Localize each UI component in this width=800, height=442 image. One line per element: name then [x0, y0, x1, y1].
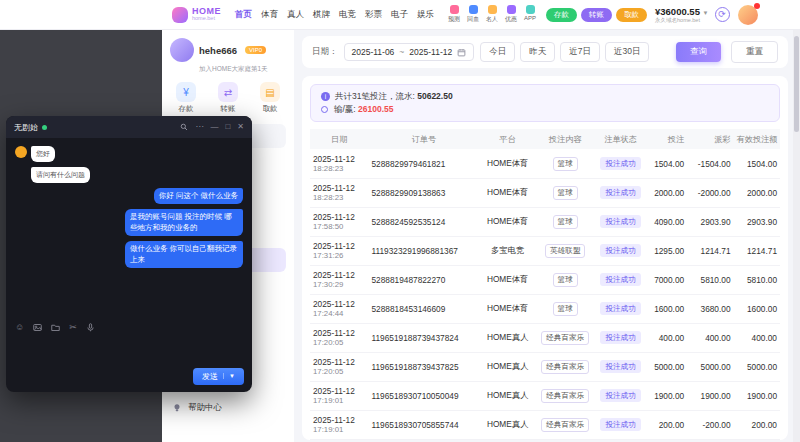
table-row[interactable]: 2025-11-1217:58:505288824592535124HOME体育… [310, 207, 780, 236]
cell-platform: HOME体育 [479, 207, 535, 236]
help-label: 帮助中心 [188, 402, 222, 414]
cell-payout: 2903.90 [687, 207, 733, 236]
table-row[interactable]: 2025-11-1218:28:235288829909138863HOME体育… [310, 178, 780, 207]
bet-time: 18:28:23 [313, 164, 365, 174]
cell-order-number: 1196518930710050049 [368, 381, 479, 410]
send-button[interactable]: 发送 ▼ [193, 368, 244, 385]
cell-status: 投注成功 [594, 178, 646, 207]
app-icon [526, 5, 535, 14]
cell-payout: -1504.00 [687, 149, 733, 178]
bet-date: 2025-11-12 [313, 386, 365, 396]
table-row[interactable]: 2025-11-1217:20:051196519188739437824HOM… [310, 323, 780, 352]
bet-time: 17:58:50 [313, 222, 365, 232]
sidebar-item-help[interactable]: 帮助中心 [172, 402, 222, 414]
status-badge: 投注成功 [600, 389, 640, 402]
status-badge: 投注成功 [600, 302, 640, 315]
bet-date: 2025-11-12 [313, 357, 365, 367]
cell-valid-bet: 5810.00 [734, 265, 780, 294]
sidebar-action[interactable]: ¥存款 [176, 82, 196, 114]
quick-link[interactable]: APP [524, 5, 536, 24]
table-row[interactable]: 2025-11-1217:19:011196518930710050049HOM… [310, 381, 780, 410]
user-avatar[interactable] [738, 5, 758, 25]
site-logo[interactable]: HOME home.bet [172, 7, 221, 23]
status-badge: 投注成功 [600, 244, 640, 257]
nav-item[interactable]: 电竞 [339, 9, 356, 21]
quick-links: 预测回血名人优惠APP [448, 5, 536, 24]
quick-date-button[interactable]: 昨天 [520, 42, 555, 62]
scissors-icon[interactable]: ✂ [69, 323, 77, 332]
image-icon[interactable] [33, 323, 42, 332]
cell-bet-content: 经典百家乐 [536, 410, 594, 439]
cell-order-number: 5288829979461821 [368, 149, 479, 178]
folder-icon[interactable] [51, 323, 60, 332]
sidebar-action-label: 存款 [179, 104, 194, 114]
sidebar-user-avatar[interactable] [170, 38, 194, 62]
nav-item[interactable]: 真人 [287, 9, 304, 21]
chat-toolbar: ☺ ✂ [6, 318, 252, 336]
search-button[interactable]: 查询 [676, 42, 721, 62]
balance-display[interactable]: ¥36000.55 ▼ 永久域名home.bet [655, 6, 709, 24]
cell-order-number: 1119323291996881367 [368, 236, 479, 265]
table-row[interactable]: 2025-11-1217:20:051196519188739437825HOM… [310, 352, 780, 381]
nav-item[interactable]: 彩票 [365, 9, 382, 21]
close-icon[interactable]: ✕ [237, 123, 244, 131]
more-icon[interactable]: ⋯ [195, 123, 203, 131]
mic-icon[interactable] [86, 323, 95, 332]
cell-platform: HOME真人 [479, 323, 535, 352]
records-card: i共计31笔投注，流水: 50622.50 输/赢: 26100.55 日期订单… [302, 76, 788, 440]
chat-input[interactable] [6, 336, 252, 366]
send-options-caret-icon[interactable]: ▼ [223, 373, 235, 379]
balance-amount: ¥36000.55 [655, 6, 700, 17]
quick-link[interactable]: 回血 [467, 5, 479, 24]
search-icon[interactable] [180, 123, 188, 131]
balance-subtitle: 永久域名home.bet [655, 17, 700, 24]
bet-date: 2025-11-12 [313, 154, 365, 164]
cell-status: 投注成功 [594, 410, 646, 439]
sidebar-action[interactable]: ▤取款 [260, 82, 280, 114]
quick-link-label: 回血 [467, 15, 479, 24]
maximize-icon[interactable]: □ [225, 123, 230, 131]
cell-status: 投注成功 [594, 265, 646, 294]
cell-order-number: 1196519188739437825 [368, 352, 479, 381]
quick-link[interactable]: 名人 [486, 5, 498, 24]
nav-item[interactable]: 体育 [261, 9, 278, 21]
table-row[interactable]: 2025-11-1217:31:261119323291996881367多宝电… [310, 236, 780, 265]
sidebar-action[interactable]: ⇄转账 [218, 82, 238, 114]
chat-header[interactable]: 无剧始 ⋯ — □ ✕ [6, 116, 252, 138]
bet-content-tag: 经典百家乐 [541, 389, 589, 403]
nav-item[interactable]: 娱乐 [417, 9, 434, 21]
table-row[interactable]: 2025-11-1217:30:295288819487822270HOME体育… [310, 265, 780, 294]
wallet-buttons: 存款转账取款 [546, 8, 647, 22]
send-label: 发送 [202, 371, 218, 382]
date-range-picker[interactable]: 2025-11-06 ~ 2025-11-12 [344, 43, 475, 61]
nav-item[interactable]: 电子 [391, 9, 408, 21]
bet-time: 18:28:23 [313, 193, 365, 203]
wallet-button[interactable]: 取款 [616, 8, 647, 22]
cell-status: 投注成功 [594, 381, 646, 410]
minimize-icon[interactable]: — [210, 123, 218, 131]
quick-date-button[interactable]: 近30日 [605, 42, 649, 62]
wallet-button[interactable]: 转账 [581, 8, 612, 22]
scrollbar-thumb[interactable] [794, 36, 799, 132]
main-content: 日期： 2025-11-06 ~ 2025-11-12 今日昨天近7日近30日 … [294, 30, 792, 442]
column-header: 注单状态 [594, 129, 646, 149]
quick-date-button[interactable]: 近7日 [560, 42, 600, 62]
vip-badge: VIP0 [245, 46, 266, 54]
nav-item[interactable]: 首页 [235, 9, 252, 21]
table-row[interactable]: 2025-11-1218:28:235288829979461821HOME体育… [310, 149, 780, 178]
nav-item[interactable]: 棋牌 [313, 9, 330, 21]
cell-date: 2025-11-1217:30:29 [310, 265, 368, 294]
bet-content-tag: 经典百家乐 [541, 360, 589, 374]
quick-link[interactable]: 优惠 [505, 5, 517, 24]
reset-button[interactable]: 重置 [731, 41, 778, 63]
emoji-icon[interactable]: ☺ [15, 323, 24, 332]
date-start: 2025-11-06 [352, 47, 395, 57]
quick-date-button[interactable]: 今日 [480, 42, 515, 62]
refresh-balance-button[interactable]: ⟳ [715, 7, 730, 22]
quick-link-label: 名人 [486, 15, 498, 24]
table-row[interactable]: 2025-11-1217:19:011196518930705855744HOM… [310, 410, 780, 439]
cell-valid-bet: 2903.90 [734, 207, 780, 236]
table-row[interactable]: 2025-11-1217:24:445288818453146609HOME体育… [310, 294, 780, 323]
quick-link[interactable]: 预测 [448, 5, 460, 24]
wallet-button[interactable]: 存款 [546, 8, 577, 22]
